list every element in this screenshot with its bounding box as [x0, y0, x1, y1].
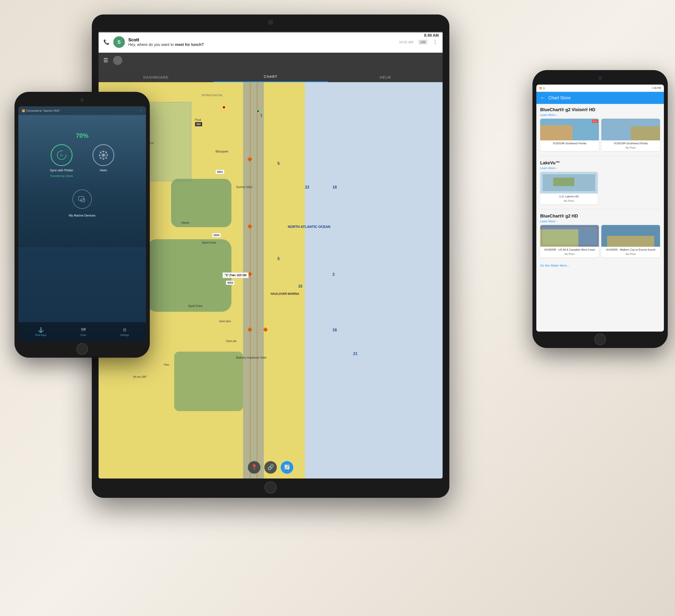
chart-card-southwest-fl[interactable]: VUS019R-Southwest Florida No Price: [601, 119, 660, 151]
tablet-topbar: ☰: [98, 53, 443, 68]
more-options[interactable]: ⋮: [140, 109, 143, 112]
nav-boat-apps[interactable]: ⚓ Boat Apps: [35, 327, 47, 336]
notification-menu[interactable]: ⋮: [433, 39, 438, 45]
sender-name: Scott: [128, 38, 399, 43]
learn-more-1[interactable]: Learn More ›: [536, 113, 664, 119]
tab-chart[interactable]: CHART: [213, 74, 328, 82]
phone-right-home-button[interactable]: [594, 334, 606, 345]
back-button[interactable]: ←: [540, 95, 545, 101]
phone-left-camera: [80, 98, 84, 102]
chart-store-title: Chart Store: [548, 95, 571, 100]
helm-label: Helm: [100, 168, 107, 172]
tab-helm[interactable]: HELM: [328, 75, 443, 82]
tablet-home-button[interactable]: [265, 481, 277, 493]
depth-18: 18: [332, 185, 337, 190]
label-spoil-2: Spoil Area: [188, 304, 202, 307]
depth-21: 21: [353, 352, 358, 356]
wifi-status: 📶 Connected to "Garmin-7915": [22, 109, 60, 112]
chart-card-southeast-fl[interactable]: BUY VUS019R-Southeast Florida: [540, 119, 599, 151]
card-us-map: [543, 174, 595, 191]
tablet-screen: 📞 S Scott Hey, where do you want to meet…: [98, 31, 443, 478]
helm-button[interactable]: Helm: [92, 144, 114, 178]
waypoint-0004[interactable]: 0004: [212, 233, 221, 237]
chart-card-lakevu[interactable]: U.S. LakeVu HD No Price: [540, 172, 598, 204]
label-intracoastal: INTRACOASTAL: [202, 94, 223, 97]
card-img-lakevu: [540, 172, 598, 194]
devices-label: My Marine Devices: [69, 214, 96, 217]
section-title-3: BlueChart® g2 HD: [536, 210, 664, 220]
notification-counter: 132: [418, 40, 428, 45]
label-biscayne: Biscayne: [216, 150, 228, 153]
card-label-2: VUS019R-Southwest Florida: [601, 140, 660, 146]
phone-right-status-bar: 📶 🔋 1:36 PM: [536, 85, 664, 92]
link-icon[interactable]: 🔗: [264, 461, 277, 474]
section-lakevu: LakeVu™ Learn More › U.S. LakeVu HD No P…: [536, 157, 664, 208]
refresh-icon[interactable]: 🔄: [281, 461, 293, 474]
label-obstn: Obstn: [181, 221, 190, 224]
spoil-area-2: [147, 239, 231, 312]
svg-point-10: [99, 155, 100, 156]
label-subm-pile: Subm pile: [226, 340, 236, 342]
waypoint-0003[interactable]: 0003: [226, 280, 235, 285]
sync-percentage: 70%: [76, 132, 88, 139]
chart-store-content[interactable]: BlueChart® g2 Vision® HD Learn More › BU…: [536, 104, 664, 332]
card-img-walkers: [601, 225, 660, 247]
chart-cards-1: BUY VUS019R-Southeast Florida VUS019R-So…: [536, 119, 664, 155]
svg-point-14: [106, 152, 107, 153]
phone-left-status-bar: 📶 Connected to "Garmin-7915" ⋮: [18, 106, 146, 115]
notification-message: Hey, where do you want to meet for lunch…: [128, 43, 399, 47]
card-price-1: [540, 146, 599, 148]
svg-text:↻: ↻: [60, 153, 63, 157]
chart-card-west-coast[interactable]: HUS020R - US All & Canadian West Coast N…: [540, 225, 599, 257]
depth-18b: 18: [332, 328, 337, 332]
tab-dashboard[interactable]: DASHBOARD: [98, 75, 213, 82]
phone-left-bottom-nav: ⚓ Boat Apps 🗺 Chart ⚙ Settings: [18, 322, 146, 341]
tablet-tabs: DASHBOARD CHART HELM: [98, 68, 443, 82]
chart-nav-label: Chart: [80, 334, 86, 336]
waypoint-0000[interactable]: 000: [195, 122, 202, 126]
waypoint-0001[interactable]: 0001: [216, 169, 224, 174]
phone-icon: 📞: [103, 39, 109, 45]
svg-point-11: [107, 155, 108, 156]
card-border-west: [542, 226, 597, 245]
app-icon: [113, 56, 122, 65]
chart-cards-3: HUS020R - US All & Canadian West Coast N…: [536, 225, 664, 261]
boat-apps-icon: ⚓: [38, 327, 44, 333]
label-piles: Piles: [164, 363, 169, 366]
sync-sublabel: Transferring Charts: [50, 175, 73, 178]
card-land-2: [631, 126, 660, 141]
chart-card-walkers[interactable]: HUS4005 - Walkers Cay to Exuma Sound No …: [601, 225, 660, 257]
phone-left: 📶 Connected to "Garmin-7915" ⋮ 70% ↻: [14, 92, 150, 358]
hamburger-menu[interactable]: ☰: [103, 57, 108, 64]
main-icons-row: ↻ Sync with Plotter Transferring Charts: [50, 144, 115, 178]
svg-rect-16: [79, 197, 84, 200]
channel-line: [250, 82, 250, 478]
section-title-2: LakeVu™: [536, 157, 664, 166]
my-marine-devices-button[interactable]: My Marine Devices: [69, 190, 96, 217]
card-price-walkers: No Price: [601, 253, 660, 257]
phone-left-home-button[interactable]: [76, 343, 88, 355]
learn-more-3[interactable]: Learn More ›: [536, 220, 664, 225]
label-north-atlantic: NORTH ATLANTIC OCEAN: [288, 225, 330, 229]
notification-bar[interactable]: 📞 S Scott Hey, where do you want to meet…: [98, 31, 443, 53]
learn-more-2[interactable]: Learn More ›: [536, 166, 664, 172]
label-foul: Foul: [195, 118, 201, 122]
section-bluechart-g2: BlueChart® g2 HD Learn More › HUS020R - …: [536, 210, 664, 261]
sync-plotter-button[interactable]: ↻ Sync with Plotter Transferring Charts: [50, 144, 73, 178]
nav-settings[interactable]: ⚙ Settings: [120, 327, 129, 336]
svg-point-13: [106, 157, 107, 159]
intracoastal-waterway: [243, 82, 264, 478]
settings-icon: ⚙: [123, 327, 127, 333]
label-sunny-isles: Sunny Isles: [236, 185, 252, 189]
phone-right-header: ← Chart Store: [536, 92, 664, 104]
card-land-walkers: [607, 236, 654, 247]
anchor-icon[interactable]: 📍: [248, 461, 260, 474]
depth-23: 23: [305, 185, 309, 190]
label-shl-rep: Shl rep 1987: [133, 375, 147, 378]
load-more-link[interactable]: Go the Water More...: [536, 261, 664, 270]
spoil-area-1: [171, 179, 231, 227]
chart-area[interactable]: 5 7 18 23 5 2 15 18 21 MAULE LAKE MARINA…: [98, 82, 443, 478]
depth-5: 5: [277, 161, 280, 166]
sender-avatar: S: [113, 36, 125, 48]
nav-chart[interactable]: 🗺 Chart: [80, 327, 86, 336]
